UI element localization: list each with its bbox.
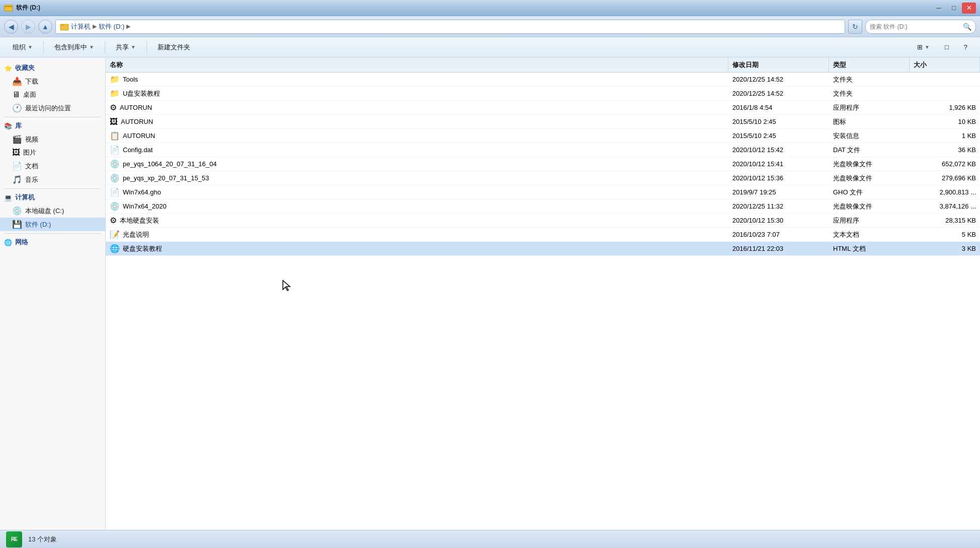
file-type-cell: HTML 文档 [829, 244, 910, 253]
file-size: 2,900,813 ... [940, 188, 976, 196]
svg-rect-0 [5, 5, 13, 11]
add-to-library-button[interactable]: 包含到库中 ▼ [48, 40, 101, 55]
sidebar-libraries-header[interactable]: 📚 库 [0, 119, 105, 132]
file-size: 36 KB [958, 146, 976, 154]
computer-icon: 💻 [4, 194, 12, 201]
file-name: U盘安装教程 [123, 89, 160, 98]
breadcrumb-sep-2: ▶ [126, 23, 130, 30]
table-row[interactable]: 🖼 AUTORUN 2015/5/10 2:45 图标 10 KB [106, 115, 980, 129]
file-modified-cell: 2020/10/12 15:30 [728, 217, 829, 224]
file-type-cell: 光盘映像文件 [829, 174, 910, 183]
file-name-cell: ⚙ 本地硬盘安装 [106, 216, 728, 225]
file-modified: 2015/5/10 2:45 [732, 118, 776, 125]
file-type-cell: 应用程序 [829, 216, 910, 225]
help-button[interactable]: ? [957, 40, 974, 55]
file-size: 5 KB [962, 231, 976, 238]
table-row[interactable]: ⚙ AUTORUN 2016/1/8 4:54 应用程序 1,926 KB [106, 101, 980, 115]
title-bar: 软件 (D:) ─ □ ✕ [0, 0, 980, 16]
file-size-cell: 36 KB [910, 146, 980, 154]
search-input[interactable] [870, 23, 961, 30]
col-modified[interactable]: 修改日期 [728, 57, 829, 72]
images-icon: 🖼 [12, 148, 20, 157]
organize-arrow: ▼ [28, 44, 33, 50]
table-row[interactable]: 📋 AUTORUN 2015/5/10 2:45 安装信息 1 KB [106, 129, 980, 143]
search-icon[interactable]: 🔍 [963, 23, 971, 31]
refresh-button[interactable]: ↻ [848, 20, 862, 34]
file-modified-cell: 2016/1/8 4:54 [728, 104, 829, 111]
details-pane-button[interactable]: □ [938, 40, 955, 55]
file-size-cell: 652,072 KB [910, 160, 980, 168]
table-row[interactable]: 📁 U盘安装教程 2020/12/25 14:52 文件夹 [106, 87, 980, 101]
file-modified-cell: 2020/10/12 15:42 [728, 146, 829, 154]
file-type: 光盘映像文件 [833, 202, 872, 211]
forward-button[interactable]: ▶ [21, 20, 35, 34]
window-controls: ─ □ ✕ [932, 3, 976, 14]
breadcrumb-bar: 计算机 ▶ 软件 (D:) ▶ [55, 20, 845, 34]
file-icon: 📄 [110, 145, 120, 155]
sidebar-computer-header[interactable]: 💻 计算机 [0, 191, 105, 204]
file-modified: 2016/10/23 7:07 [732, 231, 780, 238]
file-icon: 💿 [110, 201, 120, 211]
new-folder-button[interactable]: 新建文件夹 [151, 40, 197, 55]
sidebar-item-recent[interactable]: 🕐 最近访问的位置 [0, 101, 105, 115]
table-row[interactable]: 📄 Win7x64.gho 2019/9/7 19:25 GHO 文件 2,90… [106, 185, 980, 199]
breadcrumb-computer[interactable]: 计算机 [71, 22, 91, 31]
file-type-cell: DAT 文件 [829, 146, 910, 155]
share-button[interactable]: 共享 ▼ [109, 40, 142, 55]
file-modified: 2020/10/12 15:42 [732, 146, 783, 154]
sidebar-network-header[interactable]: 🌐 网络 [0, 236, 105, 249]
file-modified-cell: 2015/5/10 2:45 [728, 132, 829, 140]
table-row[interactable]: 💿 pe_yqs_xp_20_07_31_15_53 2020/10/12 15… [106, 171, 980, 185]
file-list[interactable]: 📁 Tools 2020/12/25 14:52 文件夹 📁 U盘安装教程 20… [106, 73, 980, 530]
sidebar-favorites-header[interactable]: ⭐ 收藏夹 [0, 61, 105, 75]
file-name: 光盘说明 [123, 230, 149, 239]
table-row[interactable]: 💿 Win7x64_2020 2020/12/25 11:32 光盘映像文件 3… [106, 199, 980, 214]
drive-c-icon: 💿 [12, 206, 22, 216]
minimize-button[interactable]: ─ [932, 3, 946, 14]
file-name-cell: 💿 Win7x64_2020 [106, 201, 728, 211]
sidebar-item-drive-c[interactable]: 💿 本地磁盘 (C:) [0, 204, 105, 218]
table-row[interactable]: ⚙ 本地硬盘安装 2020/10/12 15:30 应用程序 28,315 KB [106, 214, 980, 228]
file-type: DAT 文件 [833, 146, 860, 155]
file-type-cell: 文件夹 [829, 89, 910, 98]
file-type: 图标 [833, 117, 846, 126]
maximize-button[interactable]: □ [947, 3, 961, 14]
sidebar-item-desktop[interactable]: 🖥 桌面 [0, 88, 105, 101]
file-type-cell: GHO 文件 [829, 188, 910, 197]
file-modified-cell: 2020/10/12 15:41 [728, 160, 829, 168]
col-size[interactable]: 大小 [910, 57, 980, 72]
status-app-icon: RE [6, 531, 22, 547]
sidebar-item-drive-d[interactable]: 💾 软件 (D:) [0, 218, 105, 231]
col-name[interactable]: 名称 [106, 57, 728, 72]
file-modified: 2020/12/25 11:32 [732, 202, 783, 210]
file-name: pe_yqs_xp_20_07_31_15_53 [123, 174, 209, 182]
breadcrumb-drive[interactable]: 软件 (D:) [99, 22, 124, 31]
sidebar-item-videos[interactable]: 🎬 视频 [0, 132, 105, 146]
table-row[interactable]: 📁 Tools 2020/12/25 14:52 文件夹 [106, 73, 980, 87]
library-arrow: ▼ [89, 44, 94, 50]
file-modified: 2020/10/12 15:41 [732, 160, 783, 168]
file-name-cell: ⚙ AUTORUN [106, 103, 728, 112]
sidebar-item-music[interactable]: 🎵 音乐 [0, 173, 105, 186]
table-row[interactable]: 💿 pe_yqs_1064_20_07_31_16_04 2020/10/12 … [106, 157, 980, 171]
file-icon: 📁 [110, 89, 120, 98]
back-button[interactable]: ◀ [4, 20, 18, 34]
file-icon: ⚙ [110, 216, 117, 225]
file-name: Config.dat [123, 146, 153, 154]
file-name: AUTORUN [120, 104, 152, 111]
sidebar-item-images[interactable]: 🖼 图片 [0, 146, 105, 159]
sidebar-item-downloads[interactable]: 📥 下载 [0, 75, 105, 88]
table-row[interactable]: 📝 光盘说明 2016/10/23 7:07 文本文档 5 KB [106, 228, 980, 242]
file-size: 10 KB [958, 118, 976, 125]
window-title: 软件 (D:) [16, 4, 40, 12]
svg-rect-1 [5, 6, 13, 7]
organize-button[interactable]: 组织 ▼ [6, 40, 39, 55]
view-options-button[interactable]: ⊞ ▼ [911, 40, 936, 55]
sidebar-item-documents[interactable]: 📄 文档 [0, 159, 105, 173]
up-button[interactable]: ▲ [38, 20, 52, 34]
col-type[interactable]: 类型 [829, 57, 910, 72]
table-row[interactable]: 🌐 硬盘安装教程 2016/11/21 22:03 HTML 文档 3 KB [106, 242, 980, 256]
table-row[interactable]: 📄 Config.dat 2020/10/12 15:42 DAT 文件 36 … [106, 143, 980, 157]
close-button[interactable]: ✕ [962, 3, 976, 14]
share-arrow: ▼ [131, 44, 136, 50]
